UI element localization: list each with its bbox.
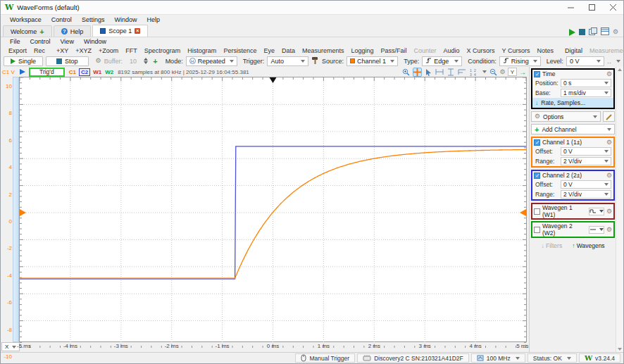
menu-workspace[interactable]: Workspace xyxy=(5,16,46,23)
toolbar-item-data[interactable]: Data xyxy=(278,47,299,54)
toolbar-item-x-cursors[interactable]: X Cursors xyxy=(463,47,499,54)
frequency-selector[interactable]: 100 MHz xyxy=(471,353,525,363)
rate-samples-link[interactable]: ↓ Rate, Samples... xyxy=(532,98,613,108)
pan-tool-icon[interactable] xyxy=(413,68,422,77)
toolbar-item-logging[interactable]: Logging xyxy=(347,47,377,54)
channel1-offset-select[interactable]: 0 V xyxy=(561,147,611,156)
y-axis-button[interactable]: Y xyxy=(508,68,517,76)
channel1-gear-icon[interactable]: ⚙ xyxy=(606,139,612,146)
options-button[interactable]: ⚙ Options xyxy=(531,111,601,122)
toolbar-item-rec[interactable]: Rec xyxy=(30,47,49,54)
cascade-windows-icon[interactable] xyxy=(589,27,597,37)
trigger-select[interactable]: Auto xyxy=(267,56,308,66)
base-select[interactable]: 1 ms/div xyxy=(561,89,611,97)
channel1-checkbox[interactable] xyxy=(534,139,540,146)
wavegen2-gear-icon[interactable]: ⚙ xyxy=(606,227,612,233)
add-tab-icon[interactable]: + xyxy=(39,29,44,34)
zoom-out-icon[interactable] xyxy=(489,68,498,77)
single-button[interactable]: Single xyxy=(4,56,43,66)
toolbar-item-export[interactable]: Export xyxy=(5,47,30,54)
toolbar-item-y-cursors[interactable]: Y Cursors xyxy=(499,47,534,54)
quad-view-icon[interactable]: 1234 xyxy=(469,68,478,77)
wavegens-link[interactable]: ↑ Wavegens xyxy=(572,242,604,249)
toolbar-item-eye[interactable]: Eye xyxy=(260,47,278,54)
toolbar-item-pass-fail[interactable]: Pass/Fail xyxy=(377,47,411,54)
maximize-button[interactable] xyxy=(581,1,602,15)
wavegen2-shape-select[interactable] xyxy=(589,226,604,234)
toolbar-item-spectrogram[interactable]: Spectrogram xyxy=(141,47,185,54)
scroll-up-icon[interactable] xyxy=(618,68,622,71)
close-button[interactable] xyxy=(602,1,623,15)
toolbar-item--zoom[interactable]: +Zoom xyxy=(95,47,122,54)
source-select[interactable]: Channel 1 xyxy=(347,56,398,66)
condition-select[interactable]: Rising xyxy=(499,56,541,66)
position-select[interactable]: 0 s xyxy=(561,79,611,87)
cursor-tool-icon[interactable] xyxy=(424,68,433,77)
menu-help[interactable]: Help xyxy=(142,16,165,23)
vertical-scrollbar[interactable] xyxy=(13,77,19,342)
chevron-down-icon[interactable] xyxy=(482,70,487,73)
channel-badge-c1[interactable]: C1 xyxy=(68,69,77,75)
scope-menu-view[interactable]: View xyxy=(56,38,79,45)
zoom-in-icon[interactable] xyxy=(401,68,411,77)
time-checkbox[interactable] xyxy=(534,71,540,77)
menu-window[interactable]: Window xyxy=(109,16,142,23)
type-select[interactable]: Edge xyxy=(422,56,462,66)
plot-settings-gear-icon[interactable]: ⚙ xyxy=(500,69,506,75)
channel2-range-select[interactable]: 2 V/div xyxy=(561,190,611,199)
status-indicator[interactable]: Status: OK xyxy=(528,353,577,363)
tab-help[interactable]: ? Help xyxy=(54,25,92,37)
stop-all-icon[interactable] xyxy=(579,29,585,35)
scroll-down-icon[interactable] xyxy=(618,348,622,351)
time-gear-icon[interactable]: ⚙ xyxy=(606,71,612,77)
trigger-position-marker[interactable] xyxy=(270,77,277,83)
wavegen1-shape-select[interactable] xyxy=(589,208,604,215)
close-tab-icon[interactable]: × xyxy=(135,28,140,34)
wavegen1-checkbox[interactable] xyxy=(534,208,540,215)
trigger-hammer-icon[interactable] xyxy=(311,56,319,66)
tab-scope1[interactable]: Scope 1 × xyxy=(92,25,148,37)
wavegen2-checkbox[interactable] xyxy=(534,227,540,233)
channel-badge-w2[interactable]: W2 xyxy=(104,69,114,75)
device-selector[interactable]: Discovery2 C SN:210321A41D2F xyxy=(357,353,469,363)
filters-link[interactable]: ↓ Filters xyxy=(541,242,562,249)
add-acquisition-icon[interactable]: + xyxy=(153,58,157,64)
channel2-offset-select[interactable]: 0 V xyxy=(561,180,611,189)
toolbar-item-notes[interactable]: Notes xyxy=(533,47,557,54)
minimize-button[interactable] xyxy=(560,1,581,15)
toolbar-item-audio[interactable]: Audio xyxy=(440,47,463,54)
horizontal-measure-icon[interactable] xyxy=(435,68,444,77)
channel2-gear-icon[interactable]: ⚙ xyxy=(606,172,612,179)
workspace-gear-icon[interactable]: ⚙ xyxy=(613,29,618,35)
toolbar-item-digital[interactable]: Digital xyxy=(561,47,586,54)
expand-panel-icon[interactable]: → xyxy=(519,68,526,76)
manual-trigger-button[interactable]: Manual Trigger xyxy=(295,353,355,363)
plot-frame[interactable] xyxy=(19,77,527,342)
edge-measure-icon[interactable] xyxy=(458,68,467,77)
menu-settings[interactable]: Settings xyxy=(77,16,110,23)
buffer-spinner[interactable] xyxy=(144,58,148,64)
scope-menu-control[interactable]: Control xyxy=(25,38,56,45)
channel1-offset-marker[interactable] xyxy=(20,209,26,216)
channel-badge-c2[interactable]: C2 xyxy=(79,68,90,76)
chevron-down-icon[interactable] xyxy=(616,60,620,63)
toolbar-item-persistence[interactable]: Persistence xyxy=(220,47,260,54)
more-options-icon[interactable]: ‥ xyxy=(607,58,611,65)
add-channel-button[interactable]: + Add Channel xyxy=(531,124,615,134)
tab-welcome[interactable]: Welcome + xyxy=(3,25,52,37)
run-all-icon[interactable] xyxy=(569,29,575,36)
scope-menu-file[interactable]: File xyxy=(5,38,25,45)
toolbar-item-fft[interactable]: FFT xyxy=(122,47,141,54)
wavegen1-gear-icon[interactable]: ⚙ xyxy=(606,208,612,215)
stop-button[interactable]: Stop xyxy=(46,56,89,66)
level-select[interactable]: 0 V xyxy=(566,56,604,66)
scope-menu-window[interactable]: Window xyxy=(79,38,111,45)
menu-control[interactable]: Control xyxy=(46,16,77,23)
channel1-range-select[interactable]: 2 V/div xyxy=(561,157,611,165)
vertical-measure-icon[interactable] xyxy=(447,68,456,77)
toolbar-item-histogram[interactable]: Histogram xyxy=(184,47,220,54)
tile-windows-icon[interactable] xyxy=(601,27,609,37)
toolbar-item--xy[interactable]: +XY xyxy=(53,47,72,54)
mode-select[interactable]: H Repeated xyxy=(186,56,237,66)
toolbar-item--xyz[interactable]: +XYZ xyxy=(72,47,95,54)
